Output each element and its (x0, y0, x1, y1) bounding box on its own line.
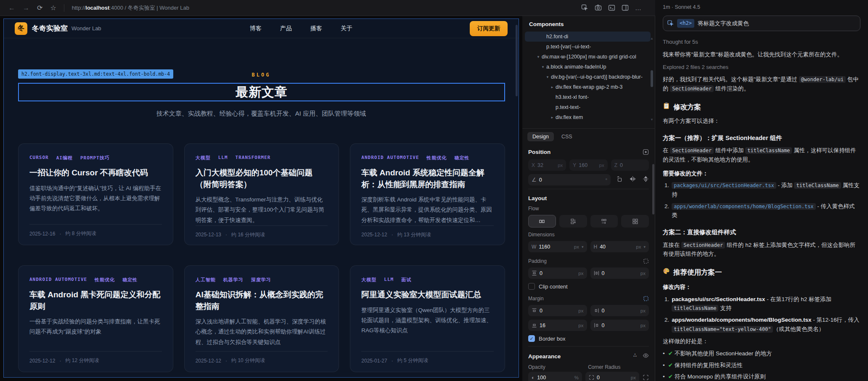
corner-radius-label: Corner Radius (588, 364, 649, 370)
chevron-down-icon[interactable]: ▾ (536, 55, 541, 59)
position-target-icon[interactable] (643, 149, 649, 155)
card-excerpt: 整理阿里通义实验室（Qwen团队）大模型方向的三轮面试题目，涵盖模型架构、训练优… (361, 305, 494, 351)
card-tag[interactable]: 大模型 (196, 155, 211, 161)
card-tag[interactable]: 机器学习 (223, 277, 243, 283)
forward-icon[interactable]: → (23, 5, 29, 11)
card-tag[interactable]: 面试 (401, 277, 411, 283)
blog-card[interactable]: CURSORAI编程PROMPT技巧一招让你的 Cursor 不再瞎改代码借鉴职… (18, 143, 173, 245)
tree-row[interactable]: ▸div.flex flex-wrap gap-2 mb-3 (525, 82, 651, 92)
card-tag[interactable]: LLM (218, 155, 228, 161)
selected-element-cursor-icon (667, 20, 674, 26)
margin-left-field[interactable]: 0px (590, 320, 649, 331)
border-box-checkbox[interactable]: ✓ Border box (528, 335, 649, 342)
tab-css[interactable]: CSS (556, 132, 577, 141)
visibility-eye-icon[interactable] (643, 352, 649, 360)
rotation-field[interactable]: ∠0° (528, 174, 611, 185)
card-tag[interactable]: 大模型 (361, 277, 376, 283)
page-scrollbar[interactable] (516, 25, 518, 96)
inspector-scrollbar[interactable] (652, 164, 654, 214)
card-tag[interactable]: AI编程 (56, 155, 73, 161)
terminal-icon[interactable] (608, 4, 615, 11)
card-tag[interactable]: PROMPT技巧 (80, 155, 110, 161)
flip-horizontal-icon[interactable] (630, 176, 636, 184)
nav-item-3[interactable]: 播客 (310, 25, 322, 32)
subscribe-button[interactable]: 订阅更新 (470, 21, 508, 36)
position-z-field[interactable]: Z0 (611, 159, 649, 171)
card-tag[interactable]: ANDROID AUTOMOTIVE (29, 277, 87, 283)
chat-meta-text[interactable]: Explored 2 files 2 searches (663, 63, 860, 72)
blog-card[interactable]: 大模型LLM面试阿里通义实验室大模型面试题汇总整理阿里通义实验室（Qwen团队）… (350, 265, 505, 372)
card-tag[interactable]: 人工智能 (196, 277, 216, 283)
nav-item-4[interactable]: 关于 (341, 25, 352, 32)
corner-radius-individual-icon[interactable] (643, 374, 649, 381)
height-field[interactable]: H40px▾ (590, 241, 649, 252)
card-tag[interactable]: 稳定性 (122, 277, 138, 283)
tree-row[interactable]: p.text-text- (525, 102, 651, 112)
clip-content-checkbox[interactable]: Clip content (528, 283, 649, 290)
url-bar[interactable]: http://localhost:4000 / 冬奇实验室 | Wonder L… (72, 4, 189, 12)
card-tag[interactable]: TRANSFORMER (236, 155, 271, 161)
chevron-down-icon[interactable]: ▾ (540, 65, 545, 69)
flip-vertical-icon[interactable] (643, 176, 649, 184)
tree-row[interactable]: h3.text-xl font- (525, 92, 651, 102)
back-icon[interactable]: ← (8, 5, 15, 11)
width-field[interactable]: W1160px▾ (528, 241, 587, 252)
reload-icon[interactable]: ⟳ (37, 5, 42, 11)
tree-row[interactable]: ▾a.block animate-fadeInUp (525, 62, 651, 72)
chevron-down-icon[interactable]: ▾ (545, 75, 550, 79)
card-tag[interactable]: 稳定性 (455, 155, 470, 161)
flow-horizontal-button[interactable] (528, 215, 556, 228)
card-tag[interactable]: 深度学习 (251, 277, 271, 283)
rotate-90-icon[interactable] (617, 176, 623, 184)
card-tag[interactable]: CURSOR (29, 155, 49, 161)
tab-design[interactable]: Design (527, 132, 554, 141)
blend-mode-icon[interactable]: ∴ (633, 352, 637, 360)
tree-row[interactable]: ▸div.flex item (525, 112, 651, 122)
card-tag[interactable]: ANDROID AUTOMOTIVE (361, 155, 419, 161)
panel-layout-icon[interactable] (622, 4, 629, 11)
chevron-right-icon[interactable]: ▸ (550, 85, 555, 89)
opacity-field[interactable]: ◐100% (528, 372, 582, 381)
margin-right-field[interactable]: 0px (590, 305, 649, 316)
margin-sides-icon[interactable] (643, 296, 649, 302)
blog-card[interactable]: ANDROID AUTOMOTIVE性能优化稳定性车载 Android 系统稳定… (350, 143, 505, 245)
card-tag[interactable]: 性能优化 (427, 155, 447, 161)
position-x-field[interactable]: X32px (528, 159, 566, 171)
padding-sides-icon[interactable] (643, 258, 649, 264)
chat-list: 1.packages/ui/src/SectionHeader.tsx - 添加… (663, 181, 860, 220)
blog-card[interactable]: 人工智能机器学习深度学习AI基础知识拆解：从概念到实践的完整指南深入浅出地讲解人… (184, 265, 339, 372)
margin-bottom-field[interactable]: 16px (528, 320, 587, 331)
screenshot-camera-icon[interactable] (595, 4, 602, 11)
more-options-icon[interactable]: … (635, 4, 642, 11)
corner-radius-field[interactable]: 0px (585, 372, 639, 381)
padding-vertical-field[interactable]: 0px (528, 267, 587, 279)
tree-row[interactable]: ▾div.max-w-[1200px] mx-auto grid grid-co… (525, 52, 651, 62)
site-logo[interactable]: 冬 (15, 22, 27, 35)
card-tag[interactable]: 性能优化 (95, 277, 115, 283)
scroll-up-icon[interactable]: ▲ (650, 37, 654, 40)
flow-wrap-button[interactable] (590, 215, 618, 228)
position-y-field[interactable]: Y160px (569, 159, 607, 171)
card-tag[interactable]: LLM (384, 277, 394, 283)
margin-top-field[interactable]: 0px (528, 305, 587, 316)
selection-outline[interactable]: 最新文章 (18, 83, 505, 101)
tree-row[interactable]: h2.font-di (525, 32, 651, 42)
blog-card[interactable]: 大模型LLMTRANSFORMER入门大模型必知的100个基础问题（附简明答案）… (184, 143, 339, 245)
scroll-down-icon[interactable]: ▼ (650, 118, 654, 122)
nav-item-2[interactable]: 产品 (280, 25, 292, 32)
padding-horizontal-field[interactable]: 0px (590, 267, 649, 279)
chevron-right-icon[interactable]: ▸ (550, 115, 555, 119)
flow-vertical-button[interactable] (559, 215, 587, 228)
flow-grid-button[interactable] (621, 215, 649, 228)
check-icon: ✔ (668, 373, 673, 380)
inspect-cursor-icon[interactable] (581, 4, 588, 11)
scrollbar-thumb[interactable] (651, 70, 653, 87)
bookmark-star-icon[interactable]: ☆ (50, 5, 56, 11)
element-tag-chip: <h2> (677, 19, 694, 28)
tree-scrollbar[interactable]: ▲▼ (650, 33, 654, 123)
tree-row[interactable]: p.text-[var(--ui-text- (525, 42, 651, 52)
tree-row[interactable]: ▾div.bg-[var(--ui-bg-card)] backdrop-blu… (525, 72, 651, 82)
nav-item-1[interactable]: 博客 (250, 25, 262, 32)
chat-meta-text[interactable]: Thought for 5s (663, 38, 860, 47)
blog-card[interactable]: ANDROID AUTOMOTIVE性能优化稳定性车载 Android 黑卡死问… (18, 265, 173, 372)
